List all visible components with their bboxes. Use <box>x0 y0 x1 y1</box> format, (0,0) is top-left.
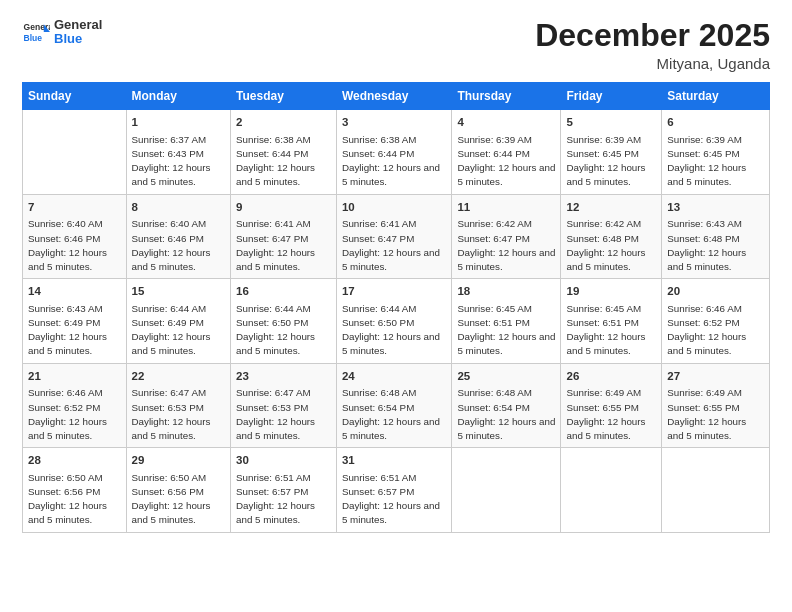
day-number: 1 <box>132 114 226 131</box>
title-block: December 2025 Mityana, Uganda <box>535 18 770 72</box>
calendar-cell <box>662 448 770 532</box>
day-number: 20 <box>667 283 764 300</box>
day-number: 31 <box>342 452 447 469</box>
calendar-week-1: 1Sunrise: 6:37 AMSunset: 6:43 PMDaylight… <box>23 110 770 194</box>
day-info: Sunrise: 6:47 AMSunset: 6:53 PMDaylight:… <box>132 386 226 443</box>
day-number: 5 <box>566 114 656 131</box>
day-info: Sunrise: 6:50 AMSunset: 6:56 PMDaylight:… <box>28 471 121 528</box>
day-info: Sunrise: 6:44 AMSunset: 6:50 PMDaylight:… <box>342 302 447 359</box>
day-number: 27 <box>667 368 764 385</box>
day-number: 25 <box>457 368 555 385</box>
calendar-cell: 1Sunrise: 6:37 AMSunset: 6:43 PMDaylight… <box>126 110 231 194</box>
calendar-cell: 12Sunrise: 6:42 AMSunset: 6:48 PMDayligh… <box>561 194 662 278</box>
day-number: 15 <box>132 283 226 300</box>
svg-text:Blue: Blue <box>24 33 43 43</box>
day-info: Sunrise: 6:43 AMSunset: 6:48 PMDaylight:… <box>667 217 764 274</box>
day-info: Sunrise: 6:51 AMSunset: 6:57 PMDaylight:… <box>236 471 331 528</box>
day-number: 24 <box>342 368 447 385</box>
day-info: Sunrise: 6:42 AMSunset: 6:48 PMDaylight:… <box>566 217 656 274</box>
day-info: Sunrise: 6:46 AMSunset: 6:52 PMDaylight:… <box>667 302 764 359</box>
header-row: Sunday Monday Tuesday Wednesday Thursday… <box>23 83 770 110</box>
day-info: Sunrise: 6:45 AMSunset: 6:51 PMDaylight:… <box>566 302 656 359</box>
day-info: Sunrise: 6:39 AMSunset: 6:45 PMDaylight:… <box>566 133 656 190</box>
day-info: Sunrise: 6:39 AMSunset: 6:45 PMDaylight:… <box>667 133 764 190</box>
calendar-cell: 10Sunrise: 6:41 AMSunset: 6:47 PMDayligh… <box>336 194 452 278</box>
calendar-cell: 2Sunrise: 6:38 AMSunset: 6:44 PMDaylight… <box>231 110 337 194</box>
calendar-week-4: 21Sunrise: 6:46 AMSunset: 6:52 PMDayligh… <box>23 363 770 447</box>
page: General Blue General Blue December 2025 … <box>0 0 792 612</box>
logo-general: General <box>54 18 102 32</box>
day-info: Sunrise: 6:39 AMSunset: 6:44 PMDaylight:… <box>457 133 555 190</box>
day-info: Sunrise: 6:46 AMSunset: 6:52 PMDaylight:… <box>28 386 121 443</box>
day-number: 7 <box>28 199 121 216</box>
calendar-cell <box>452 448 561 532</box>
day-info: Sunrise: 6:48 AMSunset: 6:54 PMDaylight:… <box>342 386 447 443</box>
col-friday: Friday <box>561 83 662 110</box>
calendar-cell: 4Sunrise: 6:39 AMSunset: 6:44 PMDaylight… <box>452 110 561 194</box>
day-info: Sunrise: 6:41 AMSunset: 6:47 PMDaylight:… <box>236 217 331 274</box>
day-number: 8 <box>132 199 226 216</box>
day-number: 2 <box>236 114 331 131</box>
calendar-cell: 30Sunrise: 6:51 AMSunset: 6:57 PMDayligh… <box>231 448 337 532</box>
day-info: Sunrise: 6:42 AMSunset: 6:47 PMDaylight:… <box>457 217 555 274</box>
day-number: 9 <box>236 199 331 216</box>
day-number: 22 <box>132 368 226 385</box>
day-info: Sunrise: 6:40 AMSunset: 6:46 PMDaylight:… <box>132 217 226 274</box>
day-number: 29 <box>132 452 226 469</box>
calendar-cell: 9Sunrise: 6:41 AMSunset: 6:47 PMDaylight… <box>231 194 337 278</box>
day-info: Sunrise: 6:38 AMSunset: 6:44 PMDaylight:… <box>236 133 331 190</box>
day-number: 23 <box>236 368 331 385</box>
calendar-table: Sunday Monday Tuesday Wednesday Thursday… <box>22 82 770 532</box>
day-number: 12 <box>566 199 656 216</box>
calendar-cell: 22Sunrise: 6:47 AMSunset: 6:53 PMDayligh… <box>126 363 231 447</box>
calendar-cell: 3Sunrise: 6:38 AMSunset: 6:44 PMDaylight… <box>336 110 452 194</box>
calendar-cell <box>23 110 127 194</box>
day-info: Sunrise: 6:48 AMSunset: 6:54 PMDaylight:… <box>457 386 555 443</box>
calendar-cell: 19Sunrise: 6:45 AMSunset: 6:51 PMDayligh… <box>561 279 662 363</box>
calendar-cell: 29Sunrise: 6:50 AMSunset: 6:56 PMDayligh… <box>126 448 231 532</box>
day-info: Sunrise: 6:47 AMSunset: 6:53 PMDaylight:… <box>236 386 331 443</box>
calendar-cell: 31Sunrise: 6:51 AMSunset: 6:57 PMDayligh… <box>336 448 452 532</box>
day-info: Sunrise: 6:45 AMSunset: 6:51 PMDaylight:… <box>457 302 555 359</box>
calendar-cell: 20Sunrise: 6:46 AMSunset: 6:52 PMDayligh… <box>662 279 770 363</box>
day-number: 16 <box>236 283 331 300</box>
day-number: 10 <box>342 199 447 216</box>
main-title: December 2025 <box>535 18 770 53</box>
sub-title: Mityana, Uganda <box>535 55 770 72</box>
calendar-week-2: 7Sunrise: 6:40 AMSunset: 6:46 PMDaylight… <box>23 194 770 278</box>
logo-icon: General Blue <box>22 18 50 46</box>
day-number: 14 <box>28 283 121 300</box>
day-number: 11 <box>457 199 555 216</box>
day-info: Sunrise: 6:50 AMSunset: 6:56 PMDaylight:… <box>132 471 226 528</box>
day-number: 18 <box>457 283 555 300</box>
day-number: 28 <box>28 452 121 469</box>
calendar-cell: 28Sunrise: 6:50 AMSunset: 6:56 PMDayligh… <box>23 448 127 532</box>
col-sunday: Sunday <box>23 83 127 110</box>
day-info: Sunrise: 6:51 AMSunset: 6:57 PMDaylight:… <box>342 471 447 528</box>
col-wednesday: Wednesday <box>336 83 452 110</box>
day-info: Sunrise: 6:41 AMSunset: 6:47 PMDaylight:… <box>342 217 447 274</box>
day-number: 30 <box>236 452 331 469</box>
logo-blue: Blue <box>54 32 102 46</box>
day-number: 19 <box>566 283 656 300</box>
calendar-week-3: 14Sunrise: 6:43 AMSunset: 6:49 PMDayligh… <box>23 279 770 363</box>
calendar-cell: 26Sunrise: 6:49 AMSunset: 6:55 PMDayligh… <box>561 363 662 447</box>
col-thursday: Thursday <box>452 83 561 110</box>
day-info: Sunrise: 6:44 AMSunset: 6:50 PMDaylight:… <box>236 302 331 359</box>
calendar-cell: 15Sunrise: 6:44 AMSunset: 6:49 PMDayligh… <box>126 279 231 363</box>
day-info: Sunrise: 6:38 AMSunset: 6:44 PMDaylight:… <box>342 133 447 190</box>
col-monday: Monday <box>126 83 231 110</box>
calendar-cell: 13Sunrise: 6:43 AMSunset: 6:48 PMDayligh… <box>662 194 770 278</box>
calendar-cell: 16Sunrise: 6:44 AMSunset: 6:50 PMDayligh… <box>231 279 337 363</box>
calendar-cell: 25Sunrise: 6:48 AMSunset: 6:54 PMDayligh… <box>452 363 561 447</box>
calendar-cell: 7Sunrise: 6:40 AMSunset: 6:46 PMDaylight… <box>23 194 127 278</box>
day-info: Sunrise: 6:44 AMSunset: 6:49 PMDaylight:… <box>132 302 226 359</box>
calendar-cell: 17Sunrise: 6:44 AMSunset: 6:50 PMDayligh… <box>336 279 452 363</box>
calendar-cell: 27Sunrise: 6:49 AMSunset: 6:55 PMDayligh… <box>662 363 770 447</box>
calendar-cell: 23Sunrise: 6:47 AMSunset: 6:53 PMDayligh… <box>231 363 337 447</box>
day-number: 6 <box>667 114 764 131</box>
calendar-cell: 8Sunrise: 6:40 AMSunset: 6:46 PMDaylight… <box>126 194 231 278</box>
calendar-cell: 21Sunrise: 6:46 AMSunset: 6:52 PMDayligh… <box>23 363 127 447</box>
calendar-cell: 11Sunrise: 6:42 AMSunset: 6:47 PMDayligh… <box>452 194 561 278</box>
col-saturday: Saturday <box>662 83 770 110</box>
